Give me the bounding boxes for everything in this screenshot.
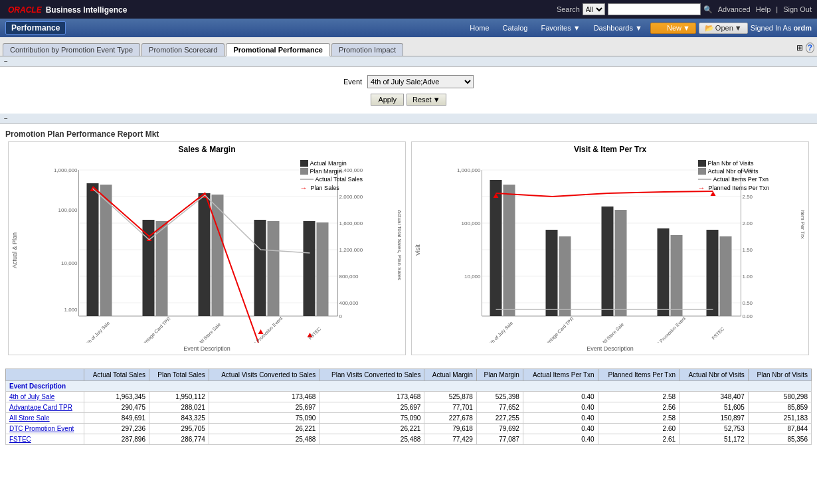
search-icon[interactable]: 🔍	[703, 5, 713, 14]
filter-row: Event 4th of July Sale;Adve	[8, 75, 809, 88]
cell-plan_nbr_visits: 85,859	[748, 402, 811, 413]
cell-planned_items_per_txn: 2.61	[598, 434, 679, 445]
dashboards-link[interactable]: Dashboards ▼	[589, 23, 648, 33]
cell-plan_visits_converted: 25,697	[319, 402, 424, 413]
svg-rect-64	[615, 210, 627, 316]
cell-event[interactable]: 4th of July Sale	[6, 392, 84, 402]
svg-rect-28	[304, 221, 316, 316]
th-actual-visits-converted: Actual Visits Converted to Sales	[209, 369, 319, 381]
tab-impact[interactable]: Promotion Impact	[331, 43, 403, 56]
cell-actual_visits_converted: 25,488	[209, 434, 319, 445]
reset-button[interactable]: Reset ▼	[407, 94, 446, 106]
event-select[interactable]: 4th of July Sale;Adve	[367, 75, 474, 88]
top-bar: ORACLEBusiness Intelligence Search All 🔍…	[0, 0, 817, 19]
svg-text:1,000,000: 1,000,000	[54, 167, 78, 173]
th-actual-total-sales: Actual Total Sales	[84, 369, 149, 381]
signout-link[interactable]: Sign Out	[783, 5, 812, 13]
table-header: Actual Total Sales Plan Total Sales Actu…	[6, 369, 812, 381]
charts-row: Sales & Margin Actual & Plan	[5, 141, 812, 355]
cell-plan_visits_converted: 75,090	[319, 413, 424, 424]
apply-button[interactable]: Apply	[371, 94, 404, 106]
data-table: Actual Total Sales Plan Total Sales Actu…	[5, 369, 812, 445]
cell-actual_nbr_visits: 52,753	[680, 424, 749, 434]
performance-tab[interactable]: Performance	[5, 21, 66, 35]
tab-contribution[interactable]: Contribution by Promotion Event Type	[3, 43, 140, 56]
grid-icon[interactable]: ⊞	[796, 43, 803, 52]
cell-event[interactable]: DTC Promotion Event	[6, 424, 84, 434]
chart1-yaxis-right: Actual Total Sales, Plan Sales	[395, 210, 403, 280]
cell-plan_total_sales: 288,021	[149, 402, 209, 413]
tab-scorecard[interactable]: Promotion Scorecard	[141, 43, 225, 56]
open-button[interactable]: 📂 Open ▼	[699, 23, 748, 34]
svg-text:1.50: 1.50	[743, 247, 753, 253]
table-row: All Store Sale849,691843,32575,09075,090…	[6, 413, 812, 424]
cell-plan_margin: 79,692	[476, 424, 523, 434]
cell-actual_margin: 77,429	[424, 434, 476, 445]
advanced-link[interactable]: Advanced	[718, 5, 751, 13]
svg-text:1,600,000: 1,600,000	[339, 220, 363, 226]
filter-section-header: −	[0, 56, 817, 67]
svg-rect-29	[317, 222, 329, 316]
svg-text:0.50: 0.50	[743, 300, 753, 306]
table-row: FSTEC287,896286,77425,48825,48877,42977,…	[6, 434, 812, 445]
filter-section: − Event 4th of July Sale;Adve Apply Rese…	[0, 56, 817, 114]
new-button[interactable]: 📄New ▼	[650, 23, 696, 34]
filter-buttons: Apply Reset ▼	[8, 94, 809, 106]
report-title: Promotion Plan Performance Report Mkt	[5, 127, 812, 141]
cell-actual_items_per_txn: 0.40	[523, 413, 598, 424]
home-link[interactable]: Home	[464, 23, 494, 33]
th-plan-margin: Plan Margin	[476, 369, 523, 381]
svg-rect-25	[212, 195, 224, 316]
svg-text:1,200,000: 1,200,000	[339, 247, 363, 253]
cell-plan_margin: 77,652	[476, 402, 523, 413]
svg-text:0: 0	[339, 313, 343, 319]
search-box: Search All 🔍	[557, 3, 713, 15]
cell-actual_visits_converted: 25,697	[209, 402, 319, 413]
cell-plan_nbr_visits: 251,183	[748, 413, 811, 424]
cell-plan_total_sales: 1,950,112	[149, 392, 209, 402]
tab-performance[interactable]: Promotional Performance	[226, 43, 329, 56]
svg-text:DTC Promotion Event: DTC Promotion Event	[651, 316, 686, 343]
th-actual-items-per-txn: Actual Items Per Txn	[523, 369, 598, 381]
cell-event[interactable]: Advantage Card TPR	[6, 402, 84, 413]
report-section: − Promotion Plan Performance Report Mkt …	[0, 114, 817, 448]
cell-actual_items_per_txn: 0.40	[523, 424, 598, 434]
chart1-legend: Actual Margin Plan Margin Actual Total S…	[300, 160, 363, 193]
cell-actual_margin: 525,878	[424, 392, 476, 402]
cell-actual_items_per_txn: 0.40	[523, 434, 598, 445]
table-row: 4th of July Sale1,963,3451,950,112173,46…	[6, 392, 812, 402]
help-icon[interactable]: ?	[806, 42, 814, 53]
svg-rect-62	[559, 236, 571, 316]
svg-text:100,000: 100,000	[462, 220, 481, 226]
cell-actual_total_sales: 1,963,345	[84, 392, 149, 402]
cell-event[interactable]: All Store Sale	[6, 413, 84, 424]
favorites-link[interactable]: Favorites ▼	[535, 23, 585, 33]
svg-rect-66	[671, 235, 683, 316]
collapse-report-button[interactable]: −	[4, 115, 8, 122]
catalog-link[interactable]: Catalog	[498, 23, 533, 33]
signed-in-label: Signed In As ordm	[751, 24, 812, 32]
search-input[interactable]	[608, 3, 701, 15]
help-link[interactable]: Help	[756, 5, 771, 13]
event-label: Event	[343, 78, 362, 86]
th-plan-visits-converted: Plan Visits Converted to Sales	[319, 369, 424, 381]
svg-text:2.00: 2.00	[743, 220, 753, 226]
svg-rect-26	[254, 220, 266, 316]
chart1-svg-area: 1,000,000 100,000 10,000 1,000 2,400,000…	[21, 157, 403, 344]
svg-rect-63	[602, 207, 614, 316]
cell-plan_nbr_visits: 87,844	[748, 424, 811, 434]
cell-event[interactable]: FSTEC	[6, 434, 84, 445]
collapse-filter-button[interactable]: −	[4, 58, 8, 65]
cell-plan_visits_converted: 25,488	[319, 434, 424, 445]
th-plan-total-sales: Plan Total Sales	[149, 369, 209, 381]
svg-text:2,000,000: 2,000,000	[339, 194, 363, 200]
svg-text:100,000: 100,000	[58, 207, 78, 213]
cell-actual_nbr_visits: 51,605	[680, 402, 749, 413]
chart2-yaxis-right: Item Per Trx	[798, 210, 806, 239]
cell-actual_margin: 227,678	[424, 413, 476, 424]
chart2-svg-area: 1,000,000 100,000 10,000 3.00 2.50 2.00 …	[424, 157, 806, 344]
data-table-container: Actual Total Sales Plan Total Sales Actu…	[5, 363, 812, 445]
svg-rect-65	[658, 228, 670, 316]
group-header-cell: Event Description	[6, 381, 812, 392]
search-scope-select[interactable]: All	[583, 3, 605, 15]
